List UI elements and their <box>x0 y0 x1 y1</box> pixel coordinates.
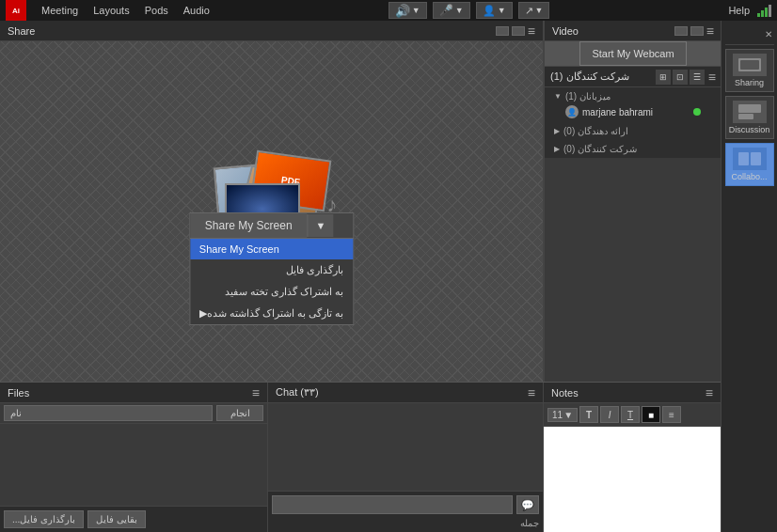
mic-control[interactable]: 🎤▼ <box>433 2 470 19</box>
presenters-label: ارائه دهندگان (0) <box>563 126 628 136</box>
svg-rect-1 <box>740 60 759 70</box>
files-panel-header: Files ≡ <box>0 383 267 403</box>
attendees-controls: ⊞ ⊡ ☰ ≡ <box>656 70 716 85</box>
chat-send-button[interactable]: 💬 <box>516 495 539 514</box>
notes-list-button[interactable]: ≡ <box>662 406 681 423</box>
share-panel-title: Share <box>8 25 496 37</box>
video-panel-header: Video ≡ <box>545 21 722 41</box>
start-webcam-button[interactable]: Start My Webcam <box>579 41 686 66</box>
sidebar-collab-label: Collabo... <box>731 172 767 181</box>
video-panel-menu[interactable]: ≡ <box>706 23 714 39</box>
share-panel-header: Share ≡ <box>0 21 543 41</box>
share-btn-main: Share My Screen ▼ <box>189 212 354 239</box>
presenters-arrow-icon: ▶ <box>554 127 560 135</box>
sharing-icon <box>733 54 767 76</box>
chat-panel: Chat (۳۳) ≡ 💬 جمله <box>268 383 544 532</box>
notes-color-button[interactable]: ■ <box>642 406 660 423</box>
sidebar-sharing-label: Sharing <box>735 78 764 87</box>
attendee-status-indicator <box>693 108 701 116</box>
attendees-participants-header[interactable]: ▶ شرکت کنندگان (0) <box>550 142 716 156</box>
share-option-file[interactable]: بارگذاری فایل <box>190 259 353 281</box>
video-content: Start My Webcam <box>545 41 722 66</box>
attendee-avatar: 👤 <box>565 105 579 118</box>
sidebar-close-row: ✕ <box>725 24 774 45</box>
notes-panel-menu[interactable]: ≡ <box>706 385 713 400</box>
share-panel: Share ≡ PDF <box>0 21 544 382</box>
notes-content[interactable] <box>544 427 721 532</box>
audio-control[interactable]: 🔊▼ <box>388 2 427 19</box>
attendees-header: شرکت کنندگان (1) ⊞ ⊡ ☰ ≡ <box>545 67 722 87</box>
notes-bold-button[interactable]: T <box>579 406 598 423</box>
participants-label: شرکت کنندگان (0) <box>563 144 637 154</box>
share-btn-label[interactable]: Share My Screen <box>190 213 308 238</box>
notes-italic-button[interactable]: I <box>600 406 619 423</box>
chat-content <box>268 403 543 491</box>
attendees-presenters-header[interactable]: ▶ ارائه دهندگان (0) <box>550 124 716 138</box>
files-panel: Files ≡ نام انجام ...بارگذاری فایل بقایی… <box>0 383 268 532</box>
attendees-icon3[interactable]: ☰ <box>690 70 705 85</box>
notes-font-size-arrow: ▼ <box>563 410 573 420</box>
sidebar-collab-btn[interactable]: Collabo... <box>725 143 774 186</box>
share-option-screen[interactable]: Share My Screen <box>190 239 353 259</box>
notes-panel-title: Notes <box>551 387 706 399</box>
attendees-icon1[interactable]: ⊞ <box>656 70 671 85</box>
share-btn-arrow[interactable]: ▼ <box>308 214 334 237</box>
menu-meeting[interactable]: Meeting <box>34 0 86 21</box>
sidebar-close-icon[interactable]: ✕ <box>765 29 772 39</box>
signal-indicator <box>757 4 771 17</box>
sidebar-sharing-btn[interactable]: Sharing <box>725 49 774 92</box>
video-panel: Video ≡ Start My Webcam <box>545 21 722 66</box>
share-panel-icon1[interactable] <box>496 26 509 36</box>
right-panels: Video ≡ Start My Webcam <box>544 21 721 382</box>
video-panel-controls: ≡ <box>674 23 714 39</box>
video-panel-icon1[interactable] <box>674 26 688 36</box>
share-background: PDF ♪ <box>0 41 543 382</box>
chat-input[interactable] <box>272 495 513 514</box>
chat-label: جمله <box>272 518 539 528</box>
notes-underline-button[interactable]: T <box>621 406 640 423</box>
svg-rect-4 <box>738 152 749 165</box>
camera-control[interactable]: 👤▼ <box>476 2 513 19</box>
share-panel-menu[interactable]: ≡ <box>528 23 535 39</box>
attendees-presenters-section: ▶ ارائه دهندگان (0) <box>545 122 722 140</box>
files-column-headers: نام انجام <box>0 403 267 424</box>
notes-font-size[interactable]: 11 ▼ <box>547 408 578 422</box>
files-panel-menu[interactable]: ≡ <box>252 385 260 400</box>
notes-panel: Notes ≡ 11 ▼ T I T ■ ≡ <box>544 383 721 532</box>
help-button[interactable]: Help <box>721 5 757 16</box>
chat-footer: 💬 جمله <box>268 491 543 532</box>
chat-panel-menu[interactable]: ≡ <box>528 385 535 400</box>
chat-panel-header: Chat (۳۳) ≡ <box>268 383 543 403</box>
files-footer: ...بارگذاری فایل بقایی فایل <box>0 506 267 532</box>
hosts-arrow-icon: ▼ <box>554 92 562 101</box>
attendees-panel: شرکت کنندگان (1) ⊞ ⊡ ☰ ≡ ▼ <box>545 66 722 158</box>
menu-audio[interactable]: Audio <box>176 0 217 21</box>
share-panel-controls: ≡ <box>496 23 535 39</box>
menu-layouts[interactable]: Layouts <box>86 0 137 21</box>
attendee-row: 👤 marjane bahrami <box>550 103 716 120</box>
svg-rect-2 <box>738 104 761 113</box>
share-option-whiteboard[interactable]: به اشتراک گذاری تخته سفید <box>190 281 353 303</box>
attendees-menu[interactable]: ≡ <box>708 70 716 85</box>
participants-arrow-icon: ▶ <box>554 145 560 153</box>
sidebar-discussion-label: Discussion <box>729 125 770 134</box>
video-panel-title: Video <box>552 25 674 37</box>
bottom-row: Files ≡ نام انجام ...بارگذاری فایل بقایی… <box>0 382 721 532</box>
share-option-recent-arrow: ▶ <box>199 307 207 320</box>
svg-rect-3 <box>738 114 753 119</box>
sidebar-discussion-btn[interactable]: Discussion <box>725 96 774 139</box>
chat-input-row: 💬 <box>272 495 539 514</box>
file-action-button[interactable]: بقایی فایل <box>87 510 146 528</box>
share-control[interactable]: ↗▼ <box>518 2 550 19</box>
share-option-recent-label: به تازگی به اشتراک گذاشته شده <box>207 307 343 320</box>
svg-rect-5 <box>751 152 761 165</box>
video-panel-icon2[interactable] <box>690 26 704 36</box>
attendees-hosts-header[interactable]: ▼ میزبانان (1) <box>550 89 716 103</box>
share-panel-icon2[interactable] <box>512 26 525 36</box>
attendees-hosts-section: ▼ میزبانان (1) 👤 marjane bahrami <box>545 87 722 122</box>
upload-file-button[interactable]: ...بارگذاری فایل <box>4 510 84 528</box>
menu-pods[interactable]: Pods <box>137 0 176 21</box>
chat-panel-title: Chat (۳۳) <box>276 386 528 399</box>
attendees-icon2[interactable]: ⊡ <box>673 70 688 85</box>
share-option-recent[interactable]: به تازگی به اشتراک گذاشته شده ▶ <box>190 303 353 324</box>
